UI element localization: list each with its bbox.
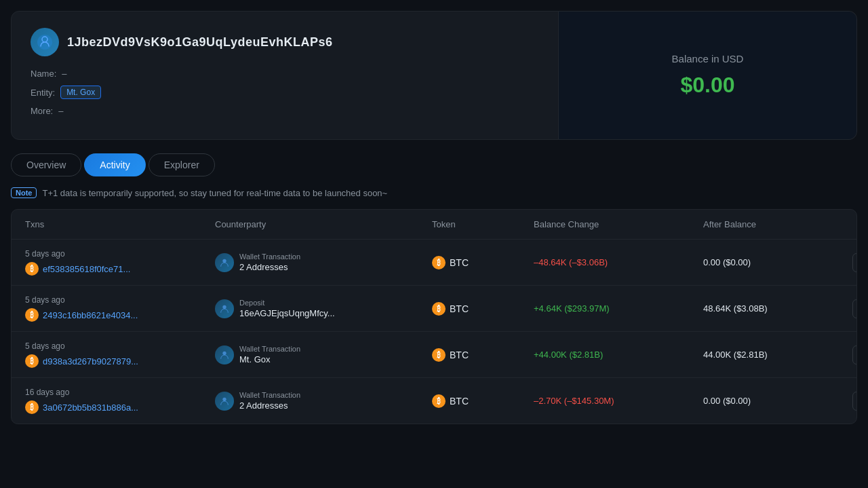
cp-avatar xyxy=(215,253,234,272)
cp-info: Wallet Transaction 2 Addresses xyxy=(239,391,300,411)
after-balance: 0.00 ($0.00) xyxy=(703,396,852,406)
activity-table: Txns Counterparty Token Balance Change A… xyxy=(11,209,857,424)
btc-icon: ₿ xyxy=(25,308,39,322)
txn-cell: 5 days ago ₿ ef538385618f0fce71... xyxy=(25,249,215,276)
cp-type: Deposit xyxy=(239,299,335,307)
txn-cell: 16 days ago ₿ 3a0672bb5b831b886a... xyxy=(25,388,215,414)
cp-avatar xyxy=(215,299,234,318)
cp-info: Wallet Transaction Mt. Gox xyxy=(239,345,300,364)
token-cell: ₿ BTC xyxy=(432,394,534,408)
tabs-container: Overview Activity Explorer xyxy=(11,153,857,176)
cp-name[interactable]: 2 Addresses xyxy=(239,400,300,411)
btc-icon: ₿ xyxy=(25,400,39,414)
cp-type: Wallet Transaction xyxy=(239,345,300,353)
token-cell: ₿ BTC xyxy=(432,348,534,362)
txn-time: 16 days ago xyxy=(25,388,215,397)
tab-activity[interactable]: Activity xyxy=(84,153,145,176)
svg-point-3 xyxy=(222,351,226,354)
wallet-avatar xyxy=(31,28,59,56)
expand-cell: + xyxy=(852,392,857,411)
expand-button[interactable]: + xyxy=(852,253,857,272)
balance-change: +4.64K ($293.97M) xyxy=(534,303,703,314)
expand-button[interactable]: + xyxy=(852,299,857,318)
svg-point-4 xyxy=(222,397,226,400)
btc-icon: ₿ xyxy=(25,354,39,368)
txn-hash[interactable]: 2493c16bb8621e4034... xyxy=(43,310,138,320)
counterparty-cell: Wallet Transaction 2 Addresses xyxy=(215,391,432,411)
col-balance-change: Balance Change xyxy=(534,219,703,229)
tab-explorer[interactable]: Explorer xyxy=(149,153,215,176)
cp-name[interactable]: Mt. Gox xyxy=(239,354,300,364)
expand-button[interactable]: + xyxy=(852,345,857,364)
token-btc-icon: ₿ xyxy=(432,302,446,316)
token-name: BTC xyxy=(450,396,469,407)
counterparty-cell: Wallet Transaction 2 Addresses xyxy=(215,252,432,272)
after-balance: 48.64K ($3.08B) xyxy=(703,303,852,314)
balance-change: +44.00K ($2.81B) xyxy=(534,350,703,360)
cp-type: Wallet Transaction xyxy=(239,252,300,261)
cp-avatar xyxy=(215,345,234,364)
expand-button[interactable]: + xyxy=(852,392,857,411)
more-label: More: xyxy=(31,106,53,116)
txn-hash[interactable]: d938a3d267b9027879... xyxy=(43,356,138,367)
txn-cell: 5 days ago ₿ 2493c16bb8621e4034... xyxy=(25,295,215,322)
more-value: – xyxy=(58,106,63,116)
cp-info: Deposit 16eAGJEjqsUqngMfcy... xyxy=(239,299,335,318)
token-btc-icon: ₿ xyxy=(432,394,446,408)
svg-point-1 xyxy=(222,259,226,262)
name-label: Name: xyxy=(31,69,56,79)
txn-time: 5 days ago xyxy=(25,249,215,259)
cp-avatar xyxy=(215,392,234,411)
col-token: Token xyxy=(432,219,534,229)
note-text: T+1 data is temporarily supported, so st… xyxy=(42,188,387,198)
txn-hash[interactable]: 3a0672bb5b831b886a... xyxy=(43,402,138,413)
expand-cell: + xyxy=(852,253,857,272)
col-counterparty: Counterparty xyxy=(215,219,432,229)
name-value: – xyxy=(62,69,66,79)
txn-time: 5 days ago xyxy=(25,341,215,351)
cp-info: Wallet Transaction 2 Addresses xyxy=(239,252,300,272)
after-balance: 0.00 ($0.00) xyxy=(703,257,852,267)
cp-name[interactable]: 16eAGJEjqsUqngMfcy... xyxy=(239,308,335,318)
balance-label: Balance in USD xyxy=(672,53,744,64)
expand-cell: + xyxy=(852,345,857,364)
txn-hash[interactable]: ef538385618f0fce71... xyxy=(43,264,130,274)
wallet-address: 1JbezDVd9VsK9o1Ga9UqLydeuEvhKLAPs6 xyxy=(67,35,332,50)
table-row: 5 days ago ₿ 2493c16bb8621e4034... Depos… xyxy=(12,286,856,332)
txn-cell: 5 days ago ₿ d938a3d267b9027879... xyxy=(25,341,215,368)
col-txns: Txns xyxy=(25,219,215,229)
table-header: Txns Counterparty Token Balance Change A… xyxy=(12,210,856,240)
col-after-balance: After Balance xyxy=(703,219,852,229)
note-badge: Note xyxy=(11,187,37,198)
token-btc-icon: ₿ xyxy=(432,256,446,269)
token-cell: ₿ BTC xyxy=(432,302,534,316)
counterparty-cell: Deposit 16eAGJEjqsUqngMfcy... xyxy=(215,299,432,318)
cp-type: Wallet Transaction xyxy=(239,391,300,399)
btc-icon: ₿ xyxy=(25,262,39,276)
token-name: BTC xyxy=(450,350,469,360)
counterparty-cell: Wallet Transaction Mt. Gox xyxy=(215,345,432,364)
token-btc-icon: ₿ xyxy=(432,348,446,362)
table-row: 5 days ago ₿ ef538385618f0fce71... Walle… xyxy=(12,240,856,286)
entity-badge[interactable]: Mt. Gox xyxy=(60,86,101,99)
expand-cell: + xyxy=(852,299,857,318)
svg-point-2 xyxy=(222,305,226,308)
after-balance: 44.00K ($2.81B) xyxy=(703,350,852,360)
table-row: 16 days ago ₿ 3a0672bb5b831b886a... Wall… xyxy=(12,378,856,424)
tab-overview[interactable]: Overview xyxy=(11,153,81,176)
balance-change: –2.70K (–$145.30M) xyxy=(534,396,703,406)
balance-value: $0.00 xyxy=(680,73,734,98)
token-cell: ₿ BTC xyxy=(432,256,534,269)
token-name: BTC xyxy=(450,257,469,268)
col-expand xyxy=(852,219,857,229)
token-name: BTC xyxy=(450,303,469,314)
table-row: 5 days ago ₿ d938a3d267b9027879... Walle… xyxy=(12,332,856,378)
note-banner: Note T+1 data is temporarily supported, … xyxy=(11,187,857,198)
cp-name[interactable]: 2 Addresses xyxy=(239,262,300,272)
txn-time: 5 days ago xyxy=(25,295,215,305)
entity-label: Entity: xyxy=(31,88,55,98)
balance-change: –48.64K (–$3.06B) xyxy=(534,257,703,267)
